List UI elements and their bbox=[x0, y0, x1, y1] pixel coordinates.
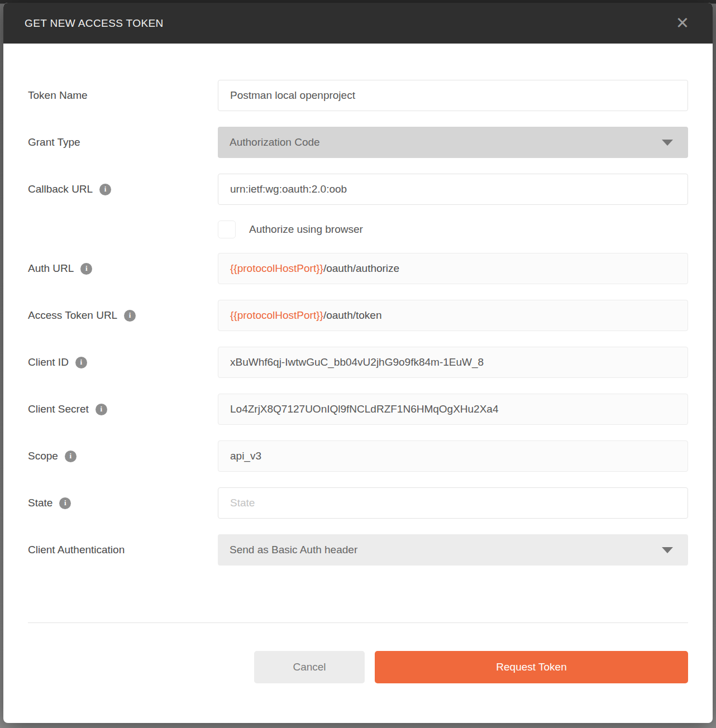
grant-type-label: Grant Type bbox=[28, 136, 80, 149]
client-authentication-select[interactable]: Send as Basic Auth header bbox=[218, 534, 688, 566]
scope-input[interactable]: api_v3 bbox=[218, 440, 688, 472]
auth-url-path: /oauth/authorize bbox=[323, 262, 399, 275]
authorize-browser-checkbox[interactable] bbox=[218, 221, 236, 238]
auth-url-input[interactable]: {{protocolHostPort}}/oauth/authorize bbox=[218, 253, 688, 284]
auth-url-label: Auth URL bbox=[28, 262, 74, 275]
scope-info-icon[interactable]: i bbox=[65, 451, 77, 462]
dialog-header: GET NEW ACCESS TOKEN ✕ bbox=[3, 3, 713, 44]
access-token-url-path: /oauth/token bbox=[323, 309, 382, 322]
callback-url-input[interactable]: urn:ietf:wg:oauth:2.0:oob bbox=[218, 174, 688, 205]
access-token-url-variable: {{protocolHostPort}} bbox=[230, 309, 323, 322]
footer-divider bbox=[28, 622, 688, 623]
dialog-title: GET NEW ACCESS TOKEN bbox=[25, 17, 164, 30]
dialog-body: Token Name Postman local openproject Gra… bbox=[3, 44, 713, 707]
chevron-down-icon bbox=[662, 140, 673, 146]
authorize-browser-row: Authorize using browser bbox=[218, 221, 688, 238]
close-icon[interactable]: ✕ bbox=[674, 14, 691, 32]
client-id-label-col: Client ID i bbox=[28, 356, 218, 368]
access-token-url-label: Access Token URL bbox=[28, 309, 117, 322]
token-name-label-col: Token Name bbox=[28, 89, 218, 102]
state-label: State bbox=[28, 497, 52, 509]
scope-label: Scope bbox=[28, 450, 58, 462]
chevron-down-icon bbox=[662, 547, 673, 553]
client-secret-row: Client Secret i Lo4ZrjX8Q7127UOnIQl9fNCL… bbox=[28, 394, 688, 425]
access-token-url-row: Access Token URL i {{protocolHostPort}}/… bbox=[28, 300, 688, 331]
client-authentication-selected-value: Send as Basic Auth header bbox=[230, 544, 357, 556]
state-info-icon[interactable]: i bbox=[59, 497, 71, 509]
client-id-row: Client ID i xBuWhf6qj-IwtwGuC_bb04vU2jhG… bbox=[28, 347, 688, 378]
client-authentication-label-col: Client Authentication bbox=[28, 544, 218, 556]
client-secret-label-col: Client Secret i bbox=[28, 403, 218, 415]
client-id-input[interactable]: xBuWhf6qj-IwtwGuC_bb04vU2jhG9o9fk84m-1Eu… bbox=[218, 347, 688, 378]
callback-url-label: Callback URL bbox=[28, 183, 93, 195]
grant-type-select[interactable]: Authorization Code bbox=[218, 127, 688, 158]
client-secret-label: Client Secret bbox=[28, 403, 89, 415]
grant-type-selected-value: Authorization Code bbox=[230, 136, 320, 149]
callback-url-label-col: Callback URL i bbox=[28, 183, 218, 195]
auth-url-variable: {{protocolHostPort}} bbox=[230, 262, 323, 275]
client-authentication-row: Client Authentication Send as Basic Auth… bbox=[28, 534, 688, 566]
client-authentication-label: Client Authentication bbox=[28, 544, 125, 556]
client-secret-input[interactable]: Lo4ZrjX8Q7127UOnIQl9fNCLdRZF1N6HMqOgXHu2… bbox=[218, 394, 688, 425]
request-token-button[interactable]: Request Token bbox=[375, 651, 688, 683]
token-name-row: Token Name Postman local openproject bbox=[28, 80, 688, 111]
auth-url-info-icon[interactable]: i bbox=[80, 263, 92, 275]
access-token-url-label-col: Access Token URL i bbox=[28, 309, 218, 322]
client-secret-info-icon[interactable]: i bbox=[96, 404, 107, 415]
authorize-browser-label[interactable]: Authorize using browser bbox=[249, 223, 363, 236]
get-new-access-token-dialog: GET NEW ACCESS TOKEN ✕ Token Name Postma… bbox=[3, 3, 713, 723]
grant-type-row: Grant Type Authorization Code bbox=[28, 127, 688, 158]
grant-type-label-col: Grant Type bbox=[28, 136, 218, 149]
state-row: State i bbox=[28, 487, 688, 519]
cancel-button[interactable]: Cancel bbox=[254, 651, 365, 683]
auth-url-label-col: Auth URL i bbox=[28, 262, 218, 275]
auth-url-row: Auth URL i {{protocolHostPort}}/oauth/au… bbox=[28, 253, 688, 284]
token-name-label: Token Name bbox=[28, 89, 88, 102]
access-token-url-info-icon[interactable]: i bbox=[124, 310, 136, 322]
token-name-input[interactable]: Postman local openproject bbox=[218, 80, 688, 111]
client-id-label: Client ID bbox=[28, 356, 69, 368]
dialog-footer: Cancel Request Token bbox=[28, 651, 688, 683]
callback-url-row: Callback URL i urn:ietf:wg:oauth:2.0:oob bbox=[28, 174, 688, 205]
client-id-info-icon[interactable]: i bbox=[75, 357, 87, 368]
scope-row: Scope i api_v3 bbox=[28, 440, 688, 472]
scope-label-col: Scope i bbox=[28, 450, 218, 462]
state-input[interactable] bbox=[218, 487, 688, 519]
state-label-col: State i bbox=[28, 497, 218, 509]
callback-url-info-icon[interactable]: i bbox=[99, 184, 111, 195]
access-token-url-input[interactable]: {{protocolHostPort}}/oauth/token bbox=[218, 300, 688, 331]
